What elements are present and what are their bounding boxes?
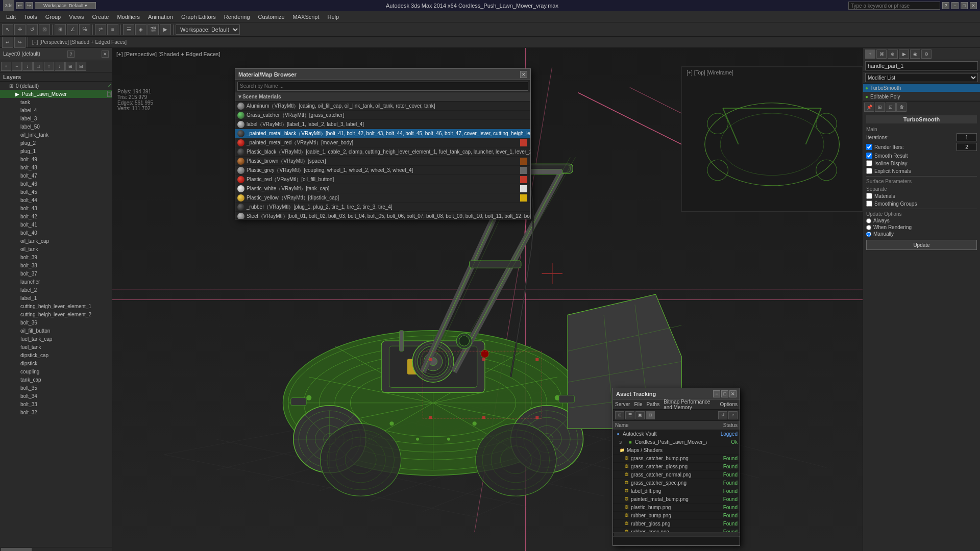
layer-item[interactable]: bolt_48 [0, 163, 112, 171]
layer-new[interactable]: + [1, 62, 11, 71]
modifier-list-dropdown[interactable]: Modifier List [865, 73, 978, 82]
layer-scrollbar-h[interactable] [0, 547, 112, 551]
undo-btn[interactable]: ↩ [2, 37, 13, 48]
mat-item-painted-red[interactable]: _painted_metal_red（VRayMtl）[mower_body] [235, 138, 530, 147]
mat-item-plastic-red[interactable]: Plastic_red（VRayMtl）[oil_fill_button] [235, 175, 530, 184]
layer-item[interactable]: tank [0, 98, 112, 106]
menu-tools[interactable]: Tools [20, 13, 41, 21]
layer-item[interactable]: bolt_43 [0, 204, 112, 212]
object-name-input[interactable] [865, 61, 978, 70]
close-btn[interactable]: ✕ [970, 2, 977, 9]
select-tool[interactable]: ↖ [2, 24, 13, 35]
layer-item[interactable]: dipstick_cap [0, 351, 112, 359]
mirror-tool[interactable]: ⇌ [95, 24, 106, 35]
viewport-area[interactable]: [+] [Perspective] [Shaded + Edged Faces]… [112, 48, 863, 551]
utilities-btn[interactable]: ⚙ [921, 49, 932, 59]
layer-list[interactable]: ⊞ 0 (default) ✓ ▶ Push_Lawn_Mower □ tank… [0, 82, 112, 547]
layer-sel-objs[interactable]: □ [33, 62, 43, 71]
layer-item[interactable]: bolt_39 [0, 253, 112, 261]
redo-btn[interactable]: ↪ [14, 37, 26, 48]
layer-item[interactable]: cutting_heigh_lever_element_1 [0, 302, 112, 310]
menu-group[interactable]: Group [41, 13, 65, 21]
remove-modifier-btn[interactable]: 🗑 [896, 103, 906, 112]
modify-panel-btn[interactable]: ⌘ [876, 49, 887, 59]
layer-item[interactable]: oil_tank_cap [0, 237, 112, 245]
layer-item[interactable]: ⊞ 0 (default) ✓ [0, 82, 112, 90]
layer-delete[interactable]: − [12, 62, 22, 71]
menu-rendering[interactable]: Rendering [220, 13, 254, 21]
mat-item-painted-black[interactable]: _painted_metal_black（VRayMtl）[bolt_41, b… [235, 129, 530, 138]
motion-btn[interactable]: ▶ [899, 49, 909, 59]
layer-item[interactable]: bolt_49 [0, 155, 112, 163]
layer-item[interactable]: bolt_46 [0, 180, 112, 188]
quick-render[interactable]: ▶ [160, 24, 171, 35]
align-tool[interactable]: ≡ [107, 24, 118, 35]
smooth-result-check[interactable] [866, 153, 872, 159]
layer-item[interactable]: fuel_tank [0, 343, 112, 351]
mat-item-plastic-white[interactable]: Plastic_white（VRayMtl）[tank_cap] [235, 184, 530, 193]
manually-radio[interactable] [866, 232, 871, 237]
smoothing-check[interactable] [866, 201, 872, 207]
isoline-check[interactable] [866, 160, 872, 166]
pin-stack-btn[interactable]: 📌 [864, 103, 874, 112]
render-iters-check[interactable] [866, 144, 872, 150]
layer-item[interactable]: tank_cap [0, 375, 112, 384]
layer-item[interactable]: bolt_36 [0, 318, 112, 327]
mat-item-plastic-black[interactable]: Plastic_black（VRayMtl）[cable_1, cable_2,… [235, 147, 530, 157]
display-btn[interactable]: ◉ [910, 49, 920, 59]
layer-item[interactable]: bolt_47 [0, 171, 112, 180]
mat-item-plastic-brown[interactable]: Plastic_brown（VRayMtl）[spacer] [235, 157, 530, 166]
mat-item-grass[interactable]: Grass_catcher（VRayMtl）[grass_catcher] [235, 111, 530, 120]
layer-item[interactable]: bolt_38 [0, 261, 112, 269]
layer-item[interactable]: label_3 [0, 114, 112, 122]
explicit-check[interactable] [866, 168, 872, 174]
menu-create[interactable]: Create [88, 13, 113, 21]
layer-item[interactable]: plug_1 [0, 147, 112, 155]
layer-item[interactable]: bolt_37 [0, 269, 112, 278]
mat-item-steel[interactable]: Steel（VRayMtl）[bolt_01, bolt_02, bolt_03… [235, 212, 530, 219]
layer-item[interactable]: oil_fill_button [0, 327, 112, 335]
layer-item[interactable]: ▶ Push_Lawn_Mower □ [0, 90, 112, 98]
menu-views[interactable]: Views [65, 13, 88, 21]
show-end-result-btn[interactable]: ⊞ [875, 103, 885, 112]
when-render-radio[interactable] [866, 225, 871, 230]
maximize-btn[interactable]: □ [961, 2, 968, 9]
mat-item-plastic-grey[interactable]: Plastic_grey（VRayMtl）[coupling, wheel_1,… [235, 166, 530, 175]
layer-item[interactable]: launcher [0, 278, 112, 286]
workspace-select[interactable]: Workspace: Default [176, 24, 240, 35]
title-undo[interactable]: ↩ [16, 2, 23, 9]
layer-item[interactable]: oil_tank [0, 245, 112, 253]
layer-item[interactable]: label_50 [0, 122, 112, 131]
layer-item[interactable]: bolt_44 [0, 196, 112, 204]
workspace-btn[interactable]: Workspace: Default ▾ [35, 2, 96, 9]
move-tool[interactable]: ✛ [14, 24, 26, 35]
menu-maxscript[interactable]: MAXScript [289, 13, 324, 21]
layer-move-down[interactable]: ↓ [55, 62, 65, 71]
title-redo[interactable]: ↪ [26, 2, 33, 9]
layer-manager[interactable]: ☰ [123, 24, 134, 35]
layer-item[interactable]: bolt_42 [0, 212, 112, 220]
menu-customize[interactable]: Customize [254, 13, 289, 21]
scale-tool[interactable]: ⊡ [39, 24, 50, 35]
menu-help[interactable]: Help [324, 13, 344, 21]
mat-item-label[interactable]: label（VRayMtl）[label_1, label_2, label_3… [235, 120, 530, 129]
create-panel-btn[interactable]: + [865, 49, 875, 59]
layer-item[interactable]: bolt_34 [0, 392, 112, 400]
make-unique-btn[interactable]: ⊡ [886, 103, 896, 112]
mat-item-aluminum[interactable]: Aluminum（VRayMtl）[casing, oil_fill_cap, … [235, 102, 530, 111]
layer-item[interactable]: coupling [0, 367, 112, 375]
layers-help[interactable]: ? [67, 51, 75, 58]
material-list[interactable]: Aluminum（VRayMtl）[casing, oil_fill_cap, … [235, 102, 530, 219]
layer-item[interactable]: bolt_32 [0, 408, 112, 416]
menu-graph-editors[interactable]: Graph Editors [177, 13, 220, 21]
help-btn[interactable]: ? [942, 2, 949, 9]
layers-close[interactable]: ✕ [102, 51, 109, 58]
mat-item-rubber[interactable]: _rubber（VRayMtl）[plug_1, plug_2, tire_1,… [235, 203, 530, 212]
menu-edit[interactable]: Edit [2, 13, 20, 21]
dialog-close-btn[interactable]: ✕ [520, 71, 527, 78]
layer-expand[interactable]: ⊞ [65, 62, 76, 71]
minimize-btn[interactable]: − [951, 2, 959, 9]
material-editor[interactable]: ◈ [135, 24, 146, 35]
layer-item[interactable]: label_4 [0, 106, 112, 114]
always-radio[interactable] [866, 218, 871, 223]
